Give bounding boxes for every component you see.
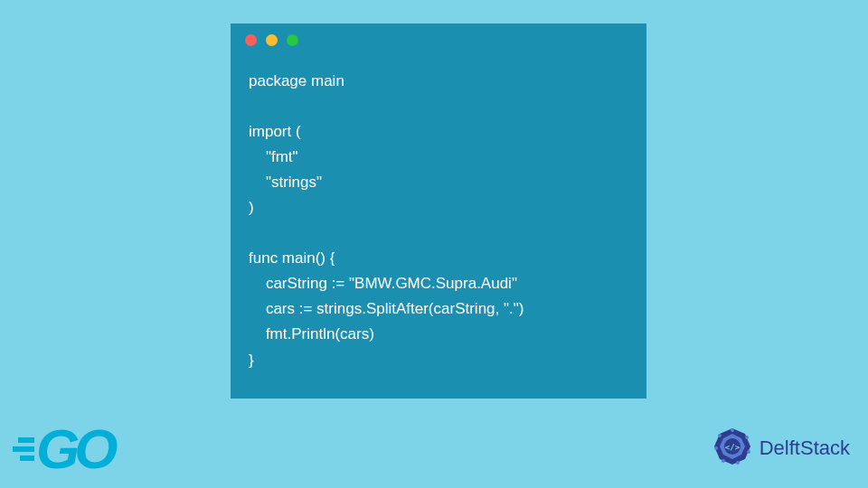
code-content: package main import ( "fmt" "strings" ) … xyxy=(231,56,646,391)
minimize-icon xyxy=(266,34,278,46)
code-window: package main import ( "fmt" "strings" ) … xyxy=(231,23,646,399)
window-titlebar xyxy=(231,23,646,56)
svg-point-4 xyxy=(731,428,734,432)
svg-point-6 xyxy=(747,450,750,454)
delftstack-logo: </> DelftStack xyxy=(711,427,850,470)
close-icon xyxy=(245,34,257,46)
maximize-icon xyxy=(287,34,298,46)
go-logo-text: GO xyxy=(36,421,112,477)
delftstack-badge-icon: </> xyxy=(711,427,754,470)
svg-point-8 xyxy=(722,459,725,463)
svg-point-9 xyxy=(714,446,718,450)
go-speed-lines-icon xyxy=(9,437,34,461)
go-logo: GO xyxy=(9,421,112,477)
delftstack-logo-text: DelftStack xyxy=(760,436,850,460)
svg-point-5 xyxy=(745,436,749,439)
svg-point-7 xyxy=(736,461,740,465)
svg-point-10 xyxy=(718,434,722,437)
svg-text:</>: </> xyxy=(725,443,741,452)
